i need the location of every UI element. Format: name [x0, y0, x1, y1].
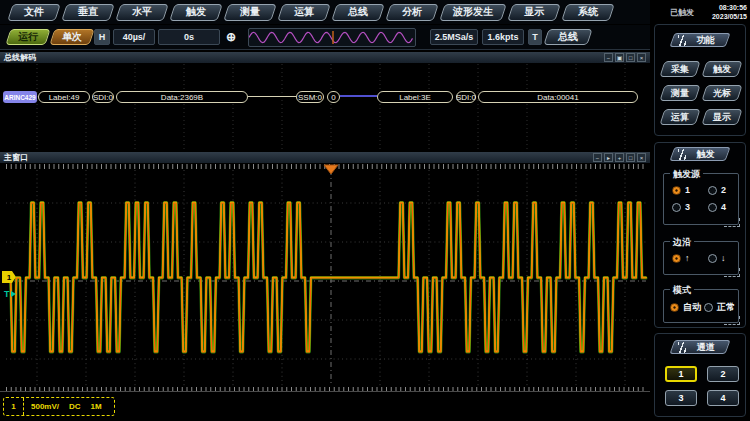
decode-field[interactable]: SDI:0	[456, 91, 476, 103]
minimize-icon[interactable]: −	[604, 53, 613, 62]
mode-normal-option[interactable]: 正常	[704, 301, 735, 314]
preview-sine-wave	[249, 29, 415, 46]
close-icon[interactable]: ×	[637, 153, 646, 162]
waveform-canvas	[0, 164, 650, 392]
channel-impedance: 1M	[91, 402, 102, 411]
channel-4-button[interactable]: 4	[707, 390, 739, 406]
edge-rising-option[interactable]: ↑	[672, 253, 690, 263]
menu-bus[interactable]: 总线	[334, 4, 382, 21]
minimize-icon[interactable]: −	[593, 153, 602, 162]
decode-field[interactable]: Data:00041	[478, 91, 638, 103]
source-option-1[interactable]: 1	[672, 185, 690, 195]
decode-track-line	[248, 96, 296, 97]
horizontal-indicator[interactable]: H	[94, 29, 110, 45]
slash-icon	[678, 35, 686, 46]
menu-horizontal[interactable]: 水平	[118, 4, 166, 21]
trigger-source-label: 触发源	[670, 168, 703, 181]
protocol-badge[interactable]: ARINC429	[3, 91, 37, 103]
menu-file[interactable]: 文件	[10, 4, 58, 21]
sample-rate-value: 2.5MSa/s	[430, 29, 478, 45]
bus-button[interactable]: 总线	[546, 29, 590, 45]
decode-field[interactable]: Data:2369B	[116, 91, 248, 103]
clock: 08:30:56 2023/05/15	[712, 3, 747, 21]
mode-auto-option[interactable]: 自动	[670, 301, 701, 314]
channel-2-button[interactable]: 2	[707, 366, 739, 382]
time: 08:30:56	[712, 3, 747, 12]
arrow-down-icon: ↓	[721, 253, 726, 263]
function-panel: 功能 采集 触发 测量 光标 运算 显示	[654, 24, 746, 136]
channel-coupling: DC	[69, 402, 81, 411]
trigger-source-group: 触发源 1 2 3 4	[663, 173, 739, 225]
channel-number: 1	[4, 398, 24, 415]
waveform-plot[interactable]	[0, 164, 650, 392]
decode-field[interactable]: Label:49	[38, 91, 90, 103]
bus-decode-content: ARINC429 Label:49 SDI:0 Data:2369B SSM:0…	[0, 64, 650, 150]
maximize-icon[interactable]: □	[626, 153, 635, 162]
radio-icon	[672, 254, 681, 263]
menu-measure[interactable]: 测量	[226, 4, 274, 21]
radio-icon	[672, 186, 681, 195]
decode-field[interactable]: 0	[327, 91, 340, 103]
slash-icon	[678, 342, 686, 353]
play-icon[interactable]: ▸	[604, 153, 613, 162]
bus-grid	[0, 64, 650, 150]
slash-icon	[678, 149, 686, 160]
bus-decode-panel-header[interactable]: 总线解码 − ▣ □ ×	[0, 52, 650, 64]
channel1-settings-badge[interactable]: 1 500mV/ DC 1M	[3, 397, 115, 416]
edge-falling-option[interactable]: ↓	[708, 253, 726, 263]
channel-panel: 通道 1 2 3 4	[654, 333, 746, 417]
radio-icon	[670, 303, 679, 312]
tab-trigger[interactable]: 触发	[672, 147, 728, 161]
menu-display[interactable]: 显示	[510, 4, 558, 21]
radio-icon	[672, 203, 681, 212]
menu-system[interactable]: 系统	[564, 4, 612, 21]
math-button[interactable]: 运算	[662, 109, 698, 125]
source-option-2[interactable]: 2	[708, 185, 726, 195]
source-option-3[interactable]: 3	[672, 202, 690, 212]
main-window-controls: − ▸ + □ ×	[593, 153, 646, 162]
decode-idle-line	[340, 95, 377, 97]
decode-field[interactable]: SDI:0	[92, 91, 114, 103]
decode-field[interactable]: SSM:0	[296, 91, 324, 103]
radio-icon	[708, 254, 717, 263]
channel-scale: 500mV/	[31, 402, 59, 411]
timebase-value[interactable]: 40µs/	[113, 29, 155, 45]
main-window-panel-header[interactable]: 主窗口 − ▸ + □ ×	[0, 152, 650, 164]
trigger-button[interactable]: 触发	[704, 61, 740, 77]
cursor-button[interactable]: 光标	[704, 85, 740, 101]
trigger-indicator[interactable]: T	[528, 29, 542, 45]
trigger-status: 已触发	[670, 7, 694, 18]
single-button[interactable]: 单次	[52, 29, 92, 45]
channel-3-button[interactable]: 3	[665, 390, 697, 406]
measure-button[interactable]: 测量	[662, 85, 698, 101]
edge-label: 边沿	[670, 236, 694, 249]
restore-icon[interactable]: ▣	[615, 53, 624, 62]
decode-field[interactable]: Label:3E	[377, 91, 453, 103]
trigger-position-marker[interactable]	[324, 165, 338, 174]
source-option-4[interactable]: 4	[708, 202, 726, 212]
menu-analysis[interactable]: 分析	[388, 4, 436, 21]
mode-label: 模式	[670, 284, 694, 297]
waveform-preview[interactable]	[248, 28, 416, 47]
menu-vertical[interactable]: 垂直	[64, 4, 112, 21]
zoom-in-icon[interactable]: ⊕	[223, 29, 239, 45]
run-button[interactable]: 运行	[8, 29, 48, 45]
menu-math[interactable]: 运算	[280, 4, 328, 21]
acquire-button[interactable]: 采集	[662, 61, 698, 77]
menu-waveform-gen[interactable]: 波形发生	[442, 4, 504, 21]
display-button[interactable]: 显示	[704, 109, 740, 125]
tab-function[interactable]: 功能	[672, 33, 728, 47]
trigger-level-marker[interactable]: T	[4, 289, 16, 299]
radio-icon	[708, 186, 717, 195]
bus-decode-title: 总线解码	[0, 52, 36, 63]
channel-1-button[interactable]: 1	[665, 366, 697, 382]
maximize-icon[interactable]: □	[626, 53, 635, 62]
trigger-edge-group: 边沿 ↑ ↓	[663, 241, 739, 275]
memory-depth-value: 1.6kpts	[482, 29, 524, 45]
menu-trigger[interactable]: 触发	[172, 4, 220, 21]
close-icon[interactable]: ×	[637, 53, 646, 62]
tab-channel[interactable]: 通道	[672, 340, 728, 354]
main-window-title: 主窗口	[0, 152, 28, 163]
horizontal-offset-value[interactable]: 0s	[158, 29, 220, 45]
zoom-plus-icon[interactable]: +	[615, 153, 624, 162]
